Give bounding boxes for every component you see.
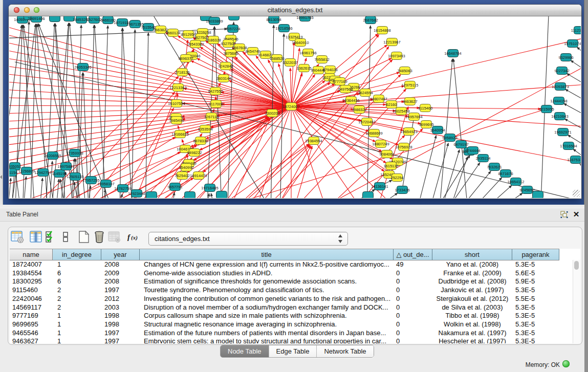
graph-node[interactable]: 16648784 xyxy=(444,50,461,57)
graph-node[interactable]: 16210643 xyxy=(551,113,568,120)
graph-node[interactable]: 9242848 xyxy=(218,62,233,70)
graph-node[interactable]: 1615132 xyxy=(383,162,398,170)
graph-node[interactable]: 1588520 xyxy=(269,55,284,62)
collapse-panel-icon[interactable] xyxy=(0,175,2,179)
table-row[interactable]: 1830029562008Estimation of significance … xyxy=(10,277,559,286)
graph-node[interactable]: 19218586 xyxy=(275,25,292,32)
graph-node[interactable]: 62160 xyxy=(386,101,397,108)
graph-node[interactable]: 14136141 xyxy=(371,183,388,190)
graph-node[interactable]: 26053346 xyxy=(74,63,91,71)
graph-node[interactable]: 11123640 xyxy=(571,27,581,34)
graph-node[interactable]: 19654923 xyxy=(400,128,417,136)
graph-node[interactable]: 8186328 xyxy=(206,36,221,44)
graph-node[interactable]: 7986322 xyxy=(352,106,366,114)
graph-node[interactable] xyxy=(229,16,239,20)
row-height-icon[interactable] xyxy=(59,230,73,244)
graph-node[interactable]: 8215955 xyxy=(539,105,554,113)
graph-node[interactable]: 6322037 xyxy=(282,59,297,67)
graph-node[interactable]: 7955812 xyxy=(314,56,329,63)
graph-node[interactable]: 9660124 xyxy=(165,29,180,37)
graph-node[interactable]: 1527602 xyxy=(86,16,101,24)
graph-node[interactable]: 9896377 xyxy=(178,55,193,62)
graph-node[interactable]: 12923448 xyxy=(128,190,145,198)
graph-node[interactable]: 10688609 xyxy=(365,129,382,137)
graph-node[interactable]: 10756928 xyxy=(395,143,412,151)
graph-node[interactable]: 16033809 xyxy=(206,17,223,25)
table-row[interactable]: 977716911998Corpus callosum shape and si… xyxy=(10,311,559,320)
network-canvas[interactable]: 1405571220691406108532571527602646616010… xyxy=(9,16,581,198)
graph-node[interactable]: 9463627 xyxy=(402,98,417,105)
graph-node[interactable]: 16961756 xyxy=(299,49,316,57)
graph-node[interactable]: 1540992 xyxy=(179,164,193,171)
table-selector-dropdown[interactable]: citations_edges.txt xyxy=(148,232,348,246)
select-rows-icon[interactable] xyxy=(45,230,58,244)
graph-node[interactable]: 1733426 xyxy=(395,186,409,194)
graph-node[interactable]: 19166825 xyxy=(171,130,188,138)
graph-node[interactable]: 1640954 xyxy=(430,126,445,134)
graph-node[interactable]: 7357224 xyxy=(225,25,240,33)
graph-node[interactable]: 2718126 xyxy=(175,69,189,76)
graph-node[interactable]: 18807249 xyxy=(372,140,389,148)
table-row[interactable]: 946554611997Estimation of the future num… xyxy=(10,329,559,337)
graph-node[interactable]: 1362615 xyxy=(296,64,311,72)
column-header-pagerank[interactable]: pagerank xyxy=(512,249,559,260)
delete-table-icon[interactable] xyxy=(93,230,106,244)
graph-node[interactable] xyxy=(363,192,374,199)
graph-node[interactable] xyxy=(185,192,195,199)
tab-node-table[interactable]: Node Table xyxy=(221,345,269,357)
graph-node[interactable]: 19975887 xyxy=(57,163,74,170)
graph-node[interactable]: 6479197 xyxy=(453,141,468,148)
table-scrollbar[interactable] xyxy=(573,260,580,343)
graph-node[interactable]: 2687682 xyxy=(363,16,378,24)
table-settings-icon[interactable] xyxy=(11,230,24,244)
graph-node[interactable]: 252254 xyxy=(390,174,403,182)
graph-node[interactable]: 9744444 xyxy=(465,147,480,155)
graph-node[interactable]: 3875685 xyxy=(223,50,238,57)
graph-node[interactable]: 14957694 xyxy=(405,113,422,121)
table-row[interactable]: 1872400712008Changes of HCN gene express… xyxy=(10,260,559,269)
graph-node[interactable]: 1985494 xyxy=(169,117,184,124)
graph-node[interactable]: 7625402 xyxy=(175,172,189,180)
graph-node[interactable]: 16154808 xyxy=(374,27,390,34)
close-panel-icon[interactable]: ✕ xyxy=(572,210,580,218)
graph-node[interactable]: 19384554 xyxy=(305,137,322,145)
graph-node[interactable]: 1353594 xyxy=(198,125,212,133)
graph-node[interactable]: 991154 xyxy=(9,169,17,177)
graph-node[interactable]: 6794028 xyxy=(322,66,337,74)
graph-node[interactable]: 20364436 xyxy=(342,97,359,104)
graph-node[interactable]: 17016504 xyxy=(560,142,577,150)
graph-node[interactable]: 9227342 xyxy=(554,67,569,75)
graph-node[interactable] xyxy=(533,191,543,199)
table-scrollbar-thumb[interactable] xyxy=(574,261,579,270)
graph-node[interactable]: 9699695 xyxy=(419,121,433,128)
graph-node[interactable]: 20206555 xyxy=(44,152,61,160)
graph-node[interactable] xyxy=(50,16,60,22)
graph-node[interactable]: 10654112 xyxy=(508,178,525,186)
tab-edge-table[interactable]: Edge Table xyxy=(269,345,317,357)
graph-node[interactable]: 9777169 xyxy=(332,78,347,85)
graph-node[interactable]: 19692971 xyxy=(554,128,571,136)
table-row[interactable]: 1938455462009Genome-wide association stu… xyxy=(10,269,559,277)
graph-node[interactable]: 7485063 xyxy=(397,67,412,75)
graph-node[interactable]: 6497568 xyxy=(338,85,353,93)
graph-node[interactable]: 9084067 xyxy=(379,150,394,158)
graph-node[interactable]: 8813054 xyxy=(266,16,281,24)
graph-node[interactable]: 5958923 xyxy=(442,134,457,142)
function-builder-icon[interactable]: f(x) xyxy=(127,230,140,244)
table-row[interactable]: 911546021997Tourette syndrome. Phenomeno… xyxy=(10,286,559,294)
column-header-title[interactable]: title xyxy=(140,249,394,260)
graph-node[interactable]: 9117006 xyxy=(209,100,224,108)
column-header-in-degree[interactable]: in_degree xyxy=(53,249,101,260)
graph-node[interactable]: 9115460 xyxy=(418,104,433,112)
column-header-short[interactable]: short xyxy=(432,249,512,260)
graph-node[interactable]: 8471676 xyxy=(498,170,513,178)
graph-node[interactable]: 2300203 xyxy=(265,110,279,117)
graph-node[interactable]: 2935114 xyxy=(476,155,491,162)
column-header-out-de-[interactable]: △ out_de... xyxy=(394,249,432,260)
graph-node[interactable]: 12093873 xyxy=(552,83,569,91)
graph-node[interactable]: 6466160 xyxy=(100,16,115,24)
graph-node[interactable]: 3267110 xyxy=(204,113,219,121)
network-view-window[interactable]: citations_edges.txt 14055712206914061085… xyxy=(9,5,581,199)
window-titlebar[interactable]: citations_edges.txt xyxy=(9,5,581,16)
table-panel-header[interactable]: Table Panel ✕ xyxy=(0,208,584,222)
